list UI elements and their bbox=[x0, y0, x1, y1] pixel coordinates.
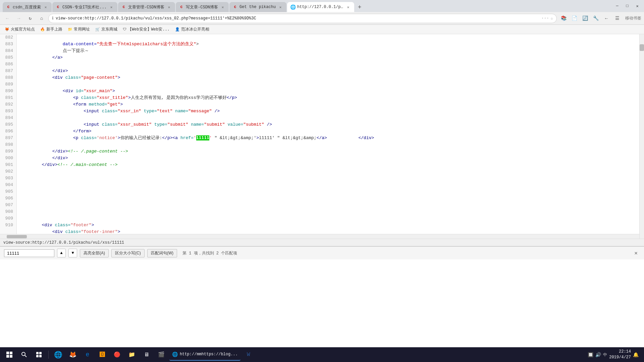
line-num-902: 902 bbox=[3, 168, 13, 175]
taskbar-icon-2[interactable]: 🔴 bbox=[110, 348, 124, 361]
bookmark-websec[interactable]: 🛡 【Web安全】Web安... bbox=[121, 26, 172, 33]
scrollbar-thumb-h[interactable] bbox=[7, 235, 27, 238]
close-button[interactable]: ✕ bbox=[633, 2, 641, 10]
taskbar-firefox[interactable]: 🦊 bbox=[66, 348, 79, 361]
scrollbar-thumb-v[interactable] bbox=[640, 44, 644, 51]
line-num-909: 909 bbox=[3, 215, 13, 222]
line-num-901: 901 bbox=[3, 162, 13, 168]
star-icon[interactable]: ☆ bbox=[550, 16, 553, 21]
taskbar-chs-icon[interactable]: 中 bbox=[603, 352, 607, 358]
taskbar: 🌐 🦊 e 🅾 🔴 📁 🖥 🎬 🌐 http://mmhttps://blog.… bbox=[0, 347, 644, 362]
tab-close-1[interactable]: ✕ bbox=[43, 4, 48, 10]
dots-icon: ··· bbox=[541, 16, 549, 21]
taskbar-active-browser[interactable]: 🌐 http://mmhttps://blog... bbox=[169, 349, 240, 361]
bookmark-beginner[interactable]: 🔥 新手上路 bbox=[38, 26, 64, 33]
sync-icon[interactable]: 🔄 bbox=[580, 14, 590, 23]
tab-close-4[interactable]: ✕ bbox=[220, 4, 225, 10]
taskbar-icon-3[interactable]: 📁 bbox=[125, 348, 139, 361]
code-line-904 bbox=[21, 182, 640, 188]
bookmark-favicon-6: 👤 bbox=[175, 27, 180, 32]
bookmark-label-2: 新手上路 bbox=[46, 26, 62, 32]
new-tab-button[interactable]: + bbox=[355, 3, 364, 12]
taskbar-volume-icon[interactable]: 🔊 bbox=[595, 352, 601, 358]
tab-close-2[interactable]: ✕ bbox=[109, 4, 114, 10]
bookmark-firefox-official[interactable]: 🦊 火狐官方站点 bbox=[3, 26, 37, 33]
bookmark-fan-bingbing[interactable]: 👤 范冰冰公开亮相 bbox=[173, 26, 211, 33]
match-case-button[interactable]: 区分大小写(C) bbox=[111, 249, 145, 257]
find-input[interactable] bbox=[4, 249, 54, 257]
tab-title-6: http://127.0.0.1/pikachu... bbox=[297, 5, 343, 9]
taskbar-search[interactable] bbox=[17, 348, 31, 361]
code-line-909: <div class="footer"> bbox=[21, 215, 640, 222]
find-close-button[interactable]: ✕ bbox=[632, 249, 640, 257]
highlight-all-button[interactable]: 高亮全部(A) bbox=[80, 249, 109, 257]
bookmarks-icon[interactable]: 📚 bbox=[559, 14, 568, 23]
bookmark-common-sites[interactable]: 📁 常用网址 bbox=[66, 26, 92, 33]
address-bar-container[interactable]: ℹ view-source:http://127.0.0.1/pikachu/v… bbox=[48, 14, 557, 23]
reader-icon[interactable]: 📄 bbox=[570, 14, 579, 23]
tab-close-3[interactable]: ✕ bbox=[166, 4, 172, 10]
match-word-button[interactable]: 匹配词句(W) bbox=[147, 249, 177, 257]
taskbar-icon-5[interactable]: 🎬 bbox=[155, 348, 168, 361]
scrollbar-vertical[interactable] bbox=[639, 34, 644, 239]
taskbar-ie[interactable]: 🌐 bbox=[51, 348, 65, 361]
refresh-button[interactable]: ↻ bbox=[25, 14, 35, 23]
tab-article-mgmt[interactable]: C 文章管理-CSDN博客 ✕ bbox=[118, 2, 175, 12]
code-line-908 bbox=[21, 208, 640, 215]
tab-close-6[interactable]: ✕ bbox=[345, 4, 351, 10]
taskbar-time[interactable]: 22:14 2019/4/27 bbox=[609, 349, 631, 360]
code-line-906 bbox=[21, 195, 640, 202]
line-num-892: 892 bbox=[3, 101, 13, 108]
code-line-886: </div> bbox=[21, 61, 640, 68]
address-text: view-source:http://127.0.0.1/pikachu/vul… bbox=[56, 16, 539, 21]
line-num-886: 886 bbox=[3, 61, 13, 68]
menu-icon[interactable]: ☰ bbox=[612, 14, 622, 23]
bookmark-jd[interactable]: 🛒 京东商城 bbox=[93, 26, 119, 33]
tab-title-3: 文章管理-CSDN博客 bbox=[128, 4, 164, 10]
taskbar-edge[interactable]: e bbox=[81, 348, 94, 361]
code-line-898: </div><!-- /.page-content --> bbox=[21, 141, 640, 148]
line-num-896: 896 bbox=[3, 128, 13, 135]
code-line-889: <div id="xssr_main"> bbox=[21, 81, 640, 88]
tab-csdn-it[interactable]: C CSDN-专业IT技术社... ✕ bbox=[52, 2, 117, 12]
code-line-907 bbox=[21, 202, 640, 208]
info-icon: ℹ bbox=[52, 16, 54, 21]
tab-view-source[interactable]: 🌐 http://127.0.0.1/pikachu... ✕ bbox=[287, 2, 354, 12]
start-button[interactable] bbox=[3, 348, 16, 361]
back-button[interactable]: ← bbox=[3, 14, 12, 23]
forward-button[interactable]: → bbox=[14, 14, 23, 23]
bookmark-label-3: 常用网址 bbox=[74, 26, 90, 32]
window-controls: ─ □ ✕ bbox=[613, 2, 641, 10]
tab-write-article[interactable]: C 写文章-CSDN博客 ✕ bbox=[176, 2, 229, 12]
taskbar-icon-4[interactable]: 🖥 bbox=[140, 348, 153, 361]
tab-csdn-baidu[interactable]: C csdn_百度搜索 ✕ bbox=[3, 2, 52, 12]
taskbar-network-icon[interactable]: 🔲 bbox=[588, 352, 593, 358]
code-line-887: <div class="page-content"> bbox=[21, 68, 640, 74]
find-down-button[interactable]: ▼ bbox=[68, 249, 77, 257]
title-bar: C csdn_百度搜索 ✕ C CSDN-专业IT技术社... ✕ C 文章管理… bbox=[0, 0, 644, 12]
taskbar-icon-1[interactable]: 🅾 bbox=[96, 348, 109, 361]
devtools-icon[interactable]: 🔧 bbox=[591, 14, 600, 23]
address-bar-row: ← → ↻ ⌂ ℹ view-source:http://127.0.0.1/p… bbox=[0, 12, 644, 25]
taskbar-task-view[interactable] bbox=[32, 348, 46, 361]
code-line-894: <input class="xssr_submit" type="submit"… bbox=[21, 115, 640, 121]
svg-rect-6 bbox=[36, 352, 39, 354]
address-right-icons: ··· ☆ bbox=[541, 16, 553, 21]
home-button[interactable]: ⌂ bbox=[37, 14, 46, 23]
taskbar-word[interactable]: W bbox=[242, 348, 255, 361]
tab-close-5[interactable]: ✕ bbox=[278, 4, 283, 10]
line-num-888: 888 bbox=[3, 74, 13, 81]
find-up-button[interactable]: ▲ bbox=[57, 249, 66, 257]
tab-pikachu[interactable]: C Get the pikachu ✕ bbox=[229, 2, 286, 12]
taskbar-notification-icon[interactable]: 🔔 bbox=[633, 352, 639, 358]
bookmark-favicon-1: 🦊 bbox=[5, 27, 9, 32]
status-url-text: view-source:http://127.0.0.1/pikachu/vul… bbox=[3, 240, 124, 245]
maximize-button[interactable]: □ bbox=[623, 2, 631, 10]
scrollbar-horizontal[interactable] bbox=[0, 234, 639, 239]
line-num-904: 904 bbox=[3, 182, 13, 188]
minimize-button[interactable]: ─ bbox=[613, 2, 621, 10]
back-history-icon[interactable]: ← bbox=[602, 14, 611, 23]
line-numbers: 882 883 884 885 886 887 888 889 890 891 … bbox=[0, 34, 17, 239]
taskbar-apps: 🌐 http://mmhttps://blog... W bbox=[169, 348, 586, 361]
line-num-903: 903 bbox=[3, 175, 13, 182]
